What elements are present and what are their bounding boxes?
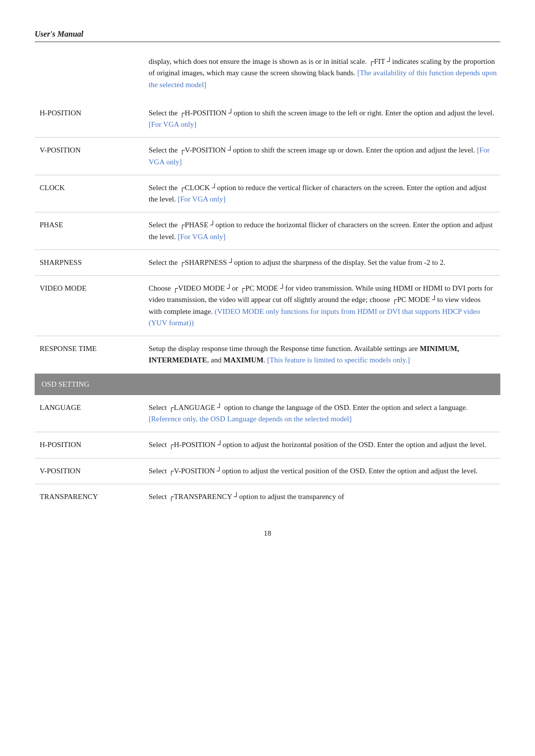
desc-transparency: Select ┌TRANSPARENCY ┘option to adjust t…	[144, 484, 500, 509]
top-description: display, which does not ensure the image…	[35, 56, 500, 91]
table-row: VIDEO MODE Choose ┌VIDEO MODE ┘or ┌PC MO…	[35, 276, 500, 336]
desc-video-mode: Choose ┌VIDEO MODE ┘or ┌PC MODE ┘for vid…	[144, 276, 500, 336]
table-row: LANGUAGE Select ┌LANGUAGE ┘ option to ch…	[35, 395, 500, 432]
label-osd-h-position: H-POSITION	[35, 432, 144, 458]
desc-osd-h-position: Select ┌H-POSITION ┘option to adjust the…	[144, 432, 500, 458]
section-header-label: OSD SETTING	[35, 373, 500, 395]
label-phase: PHASE	[35, 212, 144, 250]
table-row: PHASE Select the ┌PHASE ┘option to reduc…	[35, 212, 500, 250]
page-number: 18	[35, 529, 500, 538]
table-row: V-POSITION Select ┌V-POSITION ┘option to…	[35, 458, 500, 484]
desc-v-position: Select the ┌V-POSITION ┘option to shift …	[144, 138, 500, 175]
label-h-position: H-POSITION	[35, 101, 144, 138]
label-language: LANGUAGE	[35, 395, 144, 432]
desc-response-time: Setup the display response time through …	[144, 336, 500, 374]
table-row: RESPONSE TIME Setup the display response…	[35, 336, 500, 374]
label-video-mode: VIDEO MODE	[35, 276, 144, 336]
page-header-title: User's Manual	[35, 30, 83, 39]
desc-osd-v-position: Select ┌V-POSITION ┘option to adjust the…	[144, 458, 500, 484]
table-row: SHARPNESS Select the ┌SHARPNESS ┘option …	[35, 250, 500, 275]
table-row: H-POSITION Select ┌H-POSITION ┘option to…	[35, 432, 500, 458]
desc-clock: Select the ┌CLOCK ┘option to reduce the …	[144, 175, 500, 212]
label-v-position: V-POSITION	[35, 138, 144, 175]
label-osd-v-position: V-POSITION	[35, 458, 144, 484]
label-transparency: TRANSPARENCY	[35, 484, 144, 509]
table-row: CLOCK Select the ┌CLOCK ┘option to reduc…	[35, 175, 500, 212]
label-response-time: RESPONSE TIME	[35, 336, 144, 374]
content-table: H-POSITION Select the ┌H-POSITION ┘optio…	[35, 101, 500, 509]
page-header: User's Manual	[35, 30, 500, 42]
section-header-osd: OSD SETTING	[35, 373, 500, 395]
desc-h-position: Select the ┌H-POSITION ┘option to shift …	[144, 101, 500, 138]
table-row: H-POSITION Select the ┌H-POSITION ┘optio…	[35, 101, 500, 138]
desc-phase: Select the ┌PHASE ┘option to reduce the …	[144, 212, 500, 250]
desc-language: Select ┌LANGUAGE ┘ option to change the …	[144, 395, 500, 432]
table-row: TRANSPARENCY Select ┌TRANSPARENCY ┘optio…	[35, 484, 500, 509]
table-row: V-POSITION Select the ┌V-POSITION ┘optio…	[35, 138, 500, 175]
desc-sharpness: Select the ┌SHARPNESS ┘option to adjust …	[144, 250, 500, 275]
label-clock: CLOCK	[35, 175, 144, 212]
label-sharpness: SHARPNESS	[35, 250, 144, 275]
